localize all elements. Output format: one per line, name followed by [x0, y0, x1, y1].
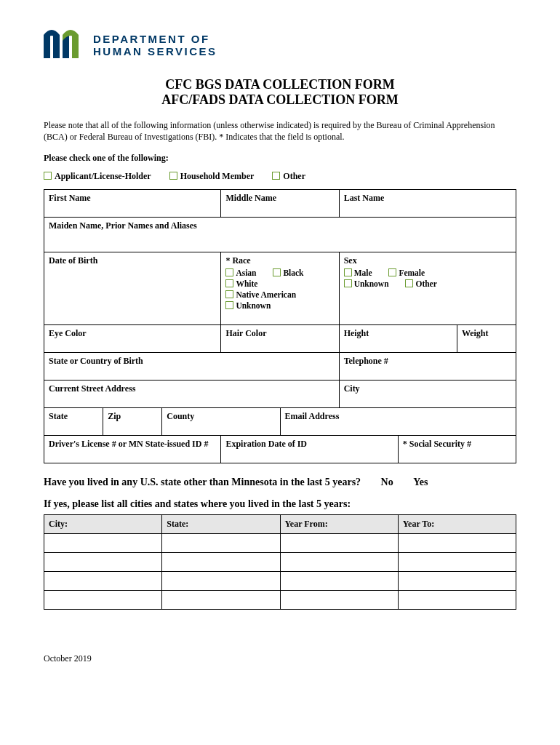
history-header-state: State: [162, 515, 280, 534]
answer-yes[interactable]: Yes [413, 477, 428, 488]
history-cell[interactable] [44, 591, 162, 610]
history-cell[interactable] [162, 553, 280, 572]
question-lived-other-state: Have you lived in any U.S. state other t… [44, 477, 516, 488]
checkbox-race-white[interactable] [225, 279, 233, 287]
check-options-row: Applicant/License-Holder Household Membe… [44, 171, 516, 182]
page: DEPARTMENT OF HUMAN SERVICES CFC BGS DAT… [0, 0, 560, 686]
title-block: CFC BGS DATA COLLECTION FORM AFC/FADS DA… [44, 77, 516, 108]
checkbox-household[interactable] [169, 172, 177, 180]
logo-text: DEPARTMENT OF HUMAN SERVICES [93, 33, 217, 58]
logo: DEPARTMENT OF HUMAN SERVICES [44, 29, 516, 61]
field-address[interactable]: Current Street Address [44, 381, 340, 408]
footer-date: October 2019 [44, 653, 516, 664]
history-cell[interactable] [162, 591, 280, 610]
title-line1: CFC BGS DATA COLLECTION FORM [44, 77, 516, 92]
checkbox-other[interactable] [272, 172, 280, 180]
history-cell[interactable] [398, 572, 516, 591]
history-cell[interactable] [162, 572, 280, 591]
checkbox-sex-male[interactable] [344, 268, 352, 276]
logo-line1: DEPARTMENT OF [93, 33, 210, 45]
history-cell[interactable] [44, 572, 162, 591]
checkbox-race-unknown[interactable] [225, 301, 233, 309]
field-city[interactable]: City [339, 381, 516, 408]
field-zip[interactable]: Zip [103, 408, 162, 436]
checkbox-applicant[interactable] [44, 172, 52, 180]
history-header-year-to: Year To: [398, 515, 516, 534]
field-county[interactable]: County [162, 408, 280, 436]
history-cell[interactable] [398, 591, 516, 610]
history-cell[interactable] [398, 534, 516, 553]
history-header-city: City: [44, 515, 162, 534]
checkbox-race-asian[interactable] [225, 268, 233, 276]
history-cell[interactable] [44, 553, 162, 572]
history-cell[interactable] [162, 534, 280, 553]
mn-logo-icon [44, 29, 84, 61]
checkbox-race-native[interactable] [225, 290, 233, 298]
field-drivers-license[interactable]: Driver's License # or MN State-issued ID… [44, 436, 221, 463]
field-telephone[interactable]: Telephone # [339, 353, 516, 381]
field-eye-color[interactable]: Eye Color [44, 325, 221, 353]
history-header-year-from: Year From: [280, 515, 398, 534]
field-maiden-name[interactable]: Maiden Name, Prior Names and Aliases [44, 218, 516, 252]
history-cell[interactable] [280, 553, 398, 572]
intro-text: Please note that all of the following in… [44, 119, 516, 143]
checkbox-race-black[interactable] [273, 268, 281, 276]
field-first-name[interactable]: First Name [44, 190, 221, 218]
field-race: * Race Asian Black White Native American… [221, 252, 339, 325]
field-height[interactable]: Height [339, 325, 457, 353]
field-dob[interactable]: Date of Birth [44, 252, 221, 325]
label-other: Other [283, 171, 305, 181]
field-weight[interactable]: Weight [457, 325, 516, 353]
question-list-cities: If yes, please list all cities and state… [44, 498, 516, 510]
field-ssn[interactable]: * Social Security # [398, 436, 516, 463]
checkbox-sex-female[interactable] [388, 268, 396, 276]
history-cell[interactable] [280, 572, 398, 591]
field-sex: Sex Male Female Unknown Other [339, 252, 516, 325]
field-state[interactable]: State [44, 408, 103, 436]
label-household: Household Member [180, 171, 255, 181]
history-cell[interactable] [398, 553, 516, 572]
history-cell[interactable] [44, 534, 162, 553]
field-hair-color[interactable]: Hair Color [221, 325, 339, 353]
field-middle-name[interactable]: Middle Name [221, 190, 339, 218]
history-cell[interactable] [280, 591, 398, 610]
field-birth-state[interactable]: State or Country of Birth [44, 353, 340, 381]
history-table: City: State: Year From: Year To: [44, 514, 516, 610]
checkbox-sex-other[interactable] [405, 279, 413, 287]
logo-line2: HUMAN SERVICES [93, 45, 217, 57]
check-header: Please check one of the following: [44, 153, 516, 164]
checkbox-sex-unknown[interactable] [344, 279, 352, 287]
answer-no[interactable]: No [381, 477, 393, 488]
field-email[interactable]: Email Address [280, 408, 516, 436]
main-form-table: First Name Middle Name Last Name Maiden … [44, 189, 516, 463]
label-applicant: Applicant/License-Holder [55, 171, 151, 181]
field-expiration[interactable]: Expiration Date of ID [221, 436, 398, 463]
field-last-name[interactable]: Last Name [339, 190, 516, 218]
title-line2: AFC/FADS DATA COLLECTION FORM [44, 92, 516, 108]
history-cell[interactable] [280, 534, 398, 553]
